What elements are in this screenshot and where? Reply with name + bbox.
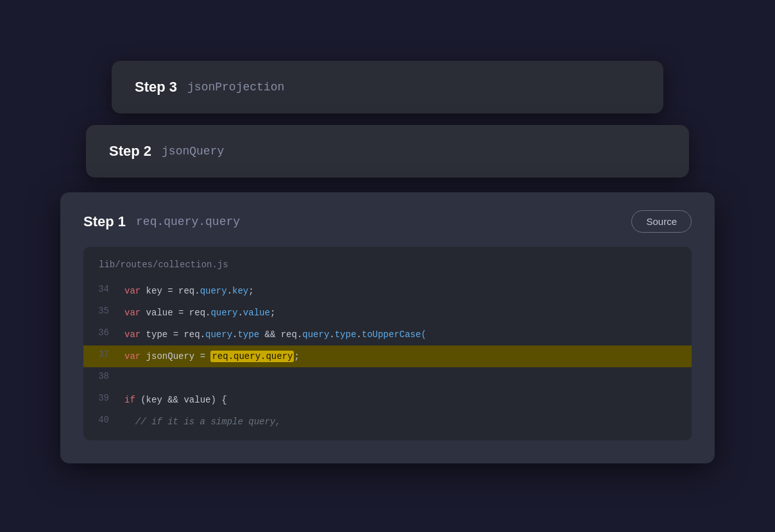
- card-step2: Step 2 jsonQuery: [86, 125, 689, 178]
- line-code-34: var key = req.query.key;: [119, 280, 269, 302]
- code-line-36: 36 var type = req.query.type && req.quer…: [83, 324, 692, 345]
- line-code-40: // if it is a simple query,: [119, 411, 296, 433]
- code-line-35: 35 var value = req.query.value;: [83, 302, 692, 324]
- line-code-39: if (key && value) {: [119, 389, 243, 411]
- step3-name: jsonProjection: [187, 81, 284, 94]
- line-num-36: 36: [83, 324, 119, 345]
- step1-name: req.query.query: [136, 215, 240, 228]
- line-num-38: 38: [83, 367, 119, 389]
- step3-label: Step 3: [135, 79, 177, 96]
- step3-header: Step 3 jsonProjection: [135, 79, 640, 96]
- line-code-35: var value = req.query.value;: [119, 302, 291, 324]
- line-code-36: var type = req.query.type && req.query.t…: [119, 324, 442, 345]
- card-step3: Step 3 jsonProjection: [112, 61, 663, 113]
- line-code-38: [119, 367, 140, 389]
- keyword-var: var: [124, 286, 141, 296]
- code-line-37: 37 var jsonQuery = req.query.query;: [83, 345, 692, 367]
- step1-label: Step 1: [83, 213, 126, 230]
- line-num-35: 35: [83, 302, 119, 324]
- code-line-40: 40 // if it is a simple query,: [83, 411, 692, 433]
- line-code-37: var jsonQuery = req.query.query;: [119, 345, 315, 367]
- file-path: lib/routes/collection.js: [83, 260, 692, 280]
- step2-name: jsonQuery: [162, 145, 224, 158]
- highlight-req-query: req.query.query: [210, 351, 294, 362]
- code-line-38: 38: [83, 367, 692, 389]
- line-num-34: 34: [83, 280, 119, 302]
- source-button[interactable]: Source: [631, 210, 692, 233]
- line-num-39: 39: [83, 389, 119, 411]
- code-line-34: 34 var key = req.query.key;: [83, 280, 692, 302]
- code-line-39: 39 if (key && value) {: [83, 389, 692, 411]
- step2-header: Step 2 jsonQuery: [109, 143, 666, 160]
- card-step1: Step 1 req.query.query Source lib/routes…: [60, 192, 715, 463]
- code-panel: lib/routes/collection.js 34 var key = re…: [83, 247, 692, 440]
- step1-header: Step 1 req.query.query Source: [83, 210, 692, 233]
- line-num-37: 37: [83, 345, 119, 367]
- scene: Step 3 jsonProjection Step 2 jsonQuery S…: [47, 22, 728, 510]
- step2-label: Step 2: [109, 143, 151, 160]
- line-num-40: 40: [83, 411, 119, 433]
